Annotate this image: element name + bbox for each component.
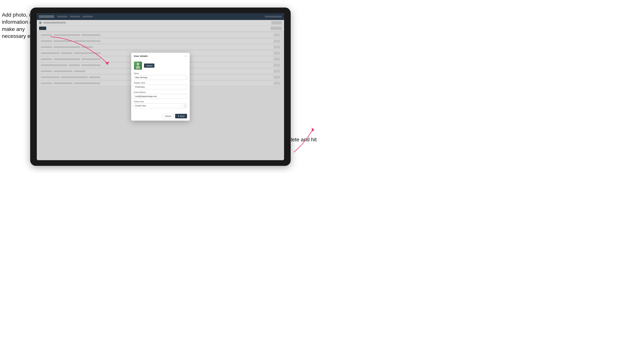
name-form-group: Name — [134, 72, 187, 80]
modal-header: User details × — [131, 53, 190, 59]
app-background: User details × Upload — [37, 13, 284, 160]
display-name-label: Display name — [134, 82, 187, 84]
svg-marker-1 — [312, 127, 314, 132]
user-details-modal: User details × Upload — [131, 53, 190, 121]
email-label: Email address — [134, 91, 187, 93]
email-input[interactable] — [134, 94, 187, 99]
save-button[interactable]: ⬆ Save — [175, 114, 187, 118]
user-photo-image — [134, 62, 142, 70]
select-clear-button[interactable]: × — [182, 105, 183, 107]
school-year-form-group: School Year × ▲ ▼ — [134, 101, 187, 108]
name-label: Name — [134, 72, 187, 74]
modal-body: Upload Name Display name — [131, 59, 190, 112]
school-year-select-wrapper: × ▲ ▼ — [134, 103, 187, 108]
select-arrow-icon: ▲ ▼ — [184, 104, 186, 108]
name-input[interactable] — [134, 75, 187, 80]
photo-upload-row: Upload — [134, 61, 187, 70]
school-year-input[interactable] — [134, 103, 187, 108]
modal-footer: Cancel ⬆ Save — [131, 112, 190, 121]
display-name-input[interactable] — [134, 84, 187, 89]
display-name-form-group: Display name — [134, 82, 187, 89]
modal-overlay: User details × Upload — [37, 13, 284, 160]
upload-photo-button[interactable]: Upload — [144, 63, 154, 68]
user-photo-thumbnail — [134, 61, 142, 70]
modal-close-button[interactable]: × — [184, 55, 187, 57]
save-icon: ⬆ — [178, 115, 179, 117]
email-form-group: Email address — [134, 91, 187, 99]
school-year-label: School Year — [134, 101, 187, 103]
tablet-device: User details × Upload — [30, 7, 291, 166]
modal-title: User details — [134, 55, 148, 57]
cancel-button[interactable]: Cancel — [162, 114, 174, 118]
tablet-screen: User details × Upload — [37, 13, 284, 160]
